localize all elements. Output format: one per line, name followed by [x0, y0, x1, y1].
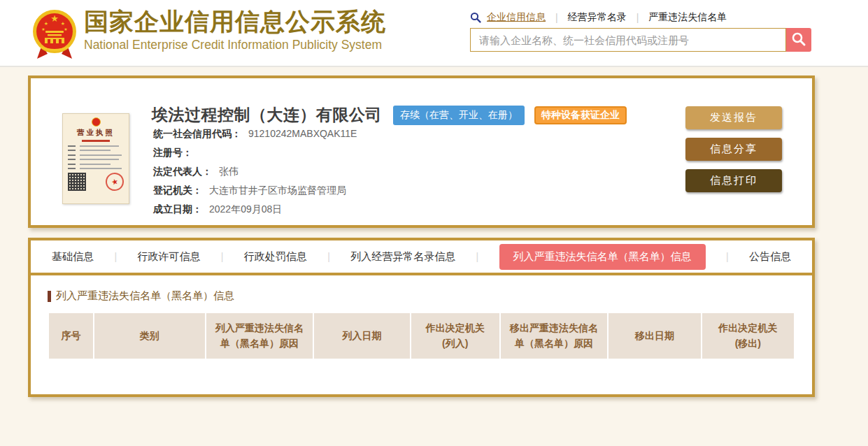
field-legal-representative: 法定代表人： 张伟: [153, 166, 357, 177]
company-card: 营业执照 ★ 埃法过程控制（大连）有限公司 存续（在营、开业、在册） 特种设备获…: [28, 75, 815, 228]
blacklist-section: 列入严重违法失信名单（黑名单）信息 序号 类别 列入严重违法失信名 单（黑名单）…: [31, 275, 812, 359]
license-qr-code: [68, 173, 86, 191]
national-emblem-icon: ★ ★ ★ ★ ★: [32, 6, 77, 62]
tab-separator: |: [476, 251, 479, 262]
nav-link-abnormal-operations[interactable]: 经营异常名录: [568, 11, 627, 24]
svg-text:★: ★: [50, 13, 59, 24]
tab-separator: |: [221, 251, 224, 262]
tab-abnormal-operations[interactable]: 列入经营异常名录信息: [350, 250, 455, 264]
tab-serious-violation-blacklist[interactable]: 列入严重违法失信名单（黑名单）信息: [499, 244, 706, 270]
license-text-line: [68, 150, 124, 151]
company-name: 埃法过程控制（大连）有限公司: [152, 104, 382, 126]
license-number-line: [82, 140, 110, 142]
section-title-bar: [48, 291, 51, 302]
tab-bar: 基础信息 | 行政许可信息 | 行政处罚信息 | 列入经营异常名录信息 | 列入…: [31, 240, 812, 275]
svg-text:★: ★: [64, 27, 67, 31]
special-equipment-badge: 特种设备获证企业: [534, 106, 627, 124]
tab-administrative-penalty[interactable]: 行政处罚信息: [244, 250, 307, 264]
license-text-line: [68, 168, 124, 169]
share-info-button[interactable]: 信息分享: [685, 138, 782, 161]
license-title: 营业执照: [68, 128, 124, 138]
print-info-button[interactable]: 信息打印: [685, 169, 782, 192]
table-header-row: 序号 类别 列入严重违法失信名 单（黑名单）原因 列入日期 作出决定机关 (列入…: [49, 313, 794, 359]
license-text-line: [68, 159, 124, 160]
search-button-icon: [791, 31, 806, 49]
col-removal-date: 移出日期: [609, 313, 700, 359]
col-deciding-authority-removal: 作出决定机关 (移出): [702, 313, 794, 359]
tab-announcements[interactable]: 公告信息: [749, 250, 791, 264]
nav-link-enterprise-credit[interactable]: 企业信用信息: [487, 11, 546, 24]
tab-separator: |: [726, 251, 729, 262]
field-registration-authority: 登记机关： 大连市甘井子区市场监督管理局: [153, 185, 357, 196]
col-inclusion-reason: 列入严重违法失信名 单（黑名单）原因: [206, 313, 313, 359]
site-title-block: 国家企业信用信息公示系统 National Enterprise Credit …: [84, 8, 386, 52]
section-title-row: 列入严重违法失信名单（黑名单）信息: [48, 289, 795, 303]
section-title: 列入严重违法失信名单（黑名单）信息: [56, 289, 234, 303]
tab-separator: |: [327, 251, 330, 262]
search-bar: [470, 28, 811, 52]
company-status-badge: 存续（在营、开业、在册）: [393, 106, 525, 125]
blacklist-table: 序号 类别 列入严重违法失信名 单（黑名单）原因 列入日期 作出决定机关 (列入…: [48, 313, 795, 359]
col-deciding-authority-inclusion: 作出决定机关 (列入): [411, 313, 499, 359]
nav-link-serious-violation-list[interactable]: 严重违法失信名单: [648, 11, 727, 24]
tab-separator: |: [114, 251, 117, 262]
field-registration-number: 注册号：: [153, 148, 357, 158]
col-inclusion-date: 列入日期: [314, 313, 410, 359]
tab-administrative-licensing[interactable]: 行政许可信息: [137, 250, 200, 264]
col-removal-reason: 移出严重违法失信名 单（黑名单）原因: [501, 313, 607, 359]
field-establishment-date: 成立日期： 2022年09月08日: [153, 204, 357, 215]
site-header: ★ ★ ★ ★ ★ 国家企业信用信息公示系统 National Enterpri…: [0, 0, 868, 67]
company-header: 埃法过程控制（大连）有限公司 存续（在营、开业、在册） 特种设备获证企业: [152, 104, 627, 126]
svg-text:★: ★: [44, 21, 48, 26]
license-text-line: [68, 154, 124, 156]
site-title: 国家企业信用信息公示系统: [84, 8, 386, 36]
col-serial-number: 序号: [49, 313, 93, 359]
col-category: 类别: [94, 313, 205, 359]
license-text-line: [68, 145, 124, 147]
company-fields: 统一社会信用代码： 91210242MABXQAK11E 注册号： 法定代表人：…: [153, 129, 357, 222]
svg-text:★: ★: [61, 21, 65, 26]
nav-search-icon: [470, 12, 481, 23]
tab-basic-info[interactable]: 基础信息: [52, 250, 94, 264]
site-subtitle: National Enterprise Credit Information P…: [84, 38, 386, 52]
company-actions: 发送报告 信息分享 信息打印: [685, 106, 782, 201]
license-text-line: [68, 164, 124, 165]
business-license-thumbnail[interactable]: 营业执照 ★: [62, 113, 129, 204]
svg-text:★: ★: [41, 27, 45, 31]
send-report-button[interactable]: 发送报告: [685, 106, 782, 129]
search-button[interactable]: [786, 28, 811, 52]
detail-card: 基础信息 | 行政许可信息 | 行政处罚信息 | 列入经营异常名录信息 | 列入…: [28, 238, 815, 397]
license-red-seal-icon: ★: [104, 171, 126, 193]
nav-separator: |: [636, 12, 639, 23]
license-emblem-icon: [92, 117, 101, 127]
field-credit-code: 统一社会信用代码： 91210242MABXQAK11E: [153, 129, 357, 139]
nav-separator: |: [555, 12, 558, 23]
search-input[interactable]: [470, 28, 786, 52]
top-nav: 企业信用信息 | 经营异常名录 | 严重违法失信名单: [470, 11, 727, 24]
